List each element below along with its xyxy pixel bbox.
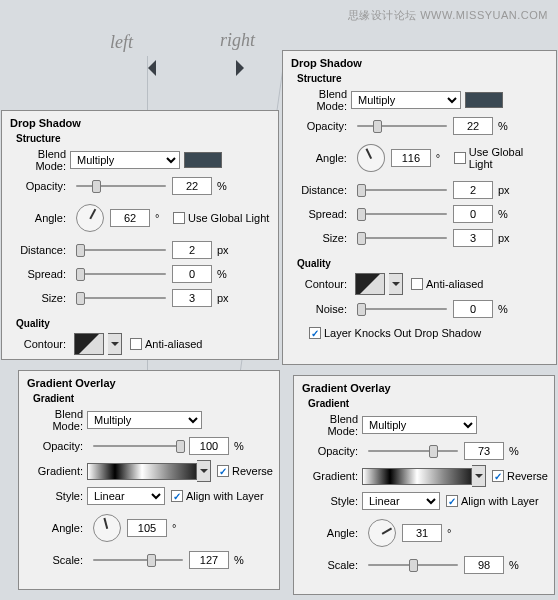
scale-slider[interactable] [93, 553, 183, 567]
distance-slider[interactable] [76, 243, 166, 257]
spread-slider[interactable] [76, 267, 166, 281]
size-value[interactable]: 3 [453, 229, 493, 247]
noise-value[interactable]: 0 [453, 300, 493, 318]
angle-value[interactable]: 105 [127, 519, 167, 537]
gradient-label: Gradient [308, 398, 548, 409]
angle-dial[interactable] [76, 204, 104, 232]
opacity-slider[interactable] [368, 444, 458, 458]
unit: % [509, 559, 527, 571]
unit: % [498, 303, 516, 315]
unit: px [498, 184, 516, 196]
opacity-slider[interactable] [76, 179, 166, 193]
distance-slider[interactable] [357, 183, 447, 197]
blend-select[interactable]: Multiply [87, 411, 202, 429]
opacity-value[interactable]: 22 [453, 117, 493, 135]
panel-right-grad: Gradient Overlay Gradient Blend Mode: Mu… [293, 375, 555, 595]
style-select[interactable]: Linear [362, 492, 440, 510]
global-light-label: Use Global Light [469, 146, 550, 170]
scale-slider[interactable] [368, 558, 458, 572]
size-label: Size: [8, 292, 70, 304]
spread-value[interactable]: 0 [453, 205, 493, 223]
size-slider[interactable] [357, 231, 447, 245]
reverse-check[interactable] [217, 465, 229, 477]
align-check[interactable] [446, 495, 458, 507]
angle-value[interactable]: 62 [110, 209, 150, 227]
gradient-dd[interactable] [197, 460, 211, 482]
size-label: Size: [289, 232, 351, 244]
color-swatch[interactable] [465, 92, 503, 108]
opacity-value[interactable]: 22 [172, 177, 212, 195]
global-light-check[interactable] [173, 212, 185, 224]
label-right: right [220, 30, 255, 51]
title: Gradient Overlay [27, 377, 273, 389]
grad-label: Gradient: [300, 470, 362, 482]
spread-value[interactable]: 0 [172, 265, 212, 283]
angle-value[interactable]: 31 [402, 524, 442, 542]
spread-label: Spread: [8, 268, 70, 280]
distance-label: Distance: [8, 244, 70, 256]
opacity-label: Opacity: [289, 120, 351, 132]
reverse-label: Reverse [232, 465, 273, 477]
opacity-slider[interactable] [93, 439, 183, 453]
blend-select[interactable]: Multiply [70, 151, 180, 169]
unit: ° [436, 152, 454, 164]
color-swatch[interactable] [184, 152, 222, 168]
contour-picker[interactable] [74, 333, 104, 355]
panel-right-shadow: Drop Shadow Structure Blend Mode: Multip… [282, 50, 557, 365]
contour-dd[interactable] [389, 273, 403, 295]
distance-label: Distance: [289, 184, 351, 196]
opacity-label: Opacity: [300, 445, 362, 457]
scale-value[interactable]: 127 [189, 551, 229, 569]
blend-select[interactable]: Multiply [351, 91, 461, 109]
size-value[interactable]: 3 [172, 289, 212, 307]
reverse-label: Reverse [507, 470, 548, 482]
watermark: 思缘设计论坛 WWW.MISSYUAN.COM [348, 8, 548, 23]
unit: px [217, 292, 235, 304]
size-slider[interactable] [76, 291, 166, 305]
global-light-check[interactable] [454, 152, 466, 164]
contour-label: Contour: [289, 278, 351, 290]
unit: px [498, 232, 516, 244]
unit: % [217, 268, 235, 280]
structure-label: Structure [16, 133, 272, 144]
global-light-label: Use Global Light [188, 212, 269, 224]
scale-value[interactable]: 98 [464, 556, 504, 574]
anti-label: Anti-aliased [426, 278, 483, 290]
angle-dial[interactable] [93, 514, 121, 542]
angle-dial[interactable] [357, 144, 385, 172]
opacity-label: Opacity: [8, 180, 70, 192]
distance-value[interactable]: 2 [172, 241, 212, 259]
unit: ° [172, 522, 190, 534]
distance-value[interactable]: 2 [453, 181, 493, 199]
style-select[interactable]: Linear [87, 487, 165, 505]
anti-label: Anti-aliased [145, 338, 202, 350]
anti-check[interactable] [411, 278, 423, 290]
unit: ° [447, 527, 465, 539]
contour-dd[interactable] [108, 333, 122, 355]
unit: % [217, 180, 235, 192]
unit: % [498, 208, 516, 220]
angle-label: Angle: [300, 527, 362, 539]
opacity-value[interactable]: 73 [464, 442, 504, 460]
contour-picker[interactable] [355, 273, 385, 295]
opacity-value[interactable]: 100 [189, 437, 229, 455]
blend-select[interactable]: Multiply [362, 416, 477, 434]
gradient-preview[interactable] [87, 463, 197, 480]
align-label: Align with Layer [186, 490, 264, 502]
knocks-label: Layer Knocks Out Drop Shadow [324, 327, 481, 339]
spread-slider[interactable] [357, 207, 447, 221]
gradient-dd[interactable] [472, 465, 486, 487]
angle-dial[interactable] [368, 519, 396, 547]
scale-label: Scale: [300, 559, 362, 571]
noise-slider[interactable] [357, 302, 447, 316]
knocks-check[interactable] [309, 327, 321, 339]
angle-value[interactable]: 116 [391, 149, 431, 167]
align-check[interactable] [171, 490, 183, 502]
contour-label: Contour: [8, 338, 70, 350]
opacity-slider[interactable] [357, 119, 447, 133]
style-label: Style: [25, 490, 87, 502]
reverse-check[interactable] [492, 470, 504, 482]
anti-check[interactable] [130, 338, 142, 350]
blend-label: Blend Mode: [8, 148, 70, 172]
gradient-preview[interactable] [362, 468, 472, 485]
